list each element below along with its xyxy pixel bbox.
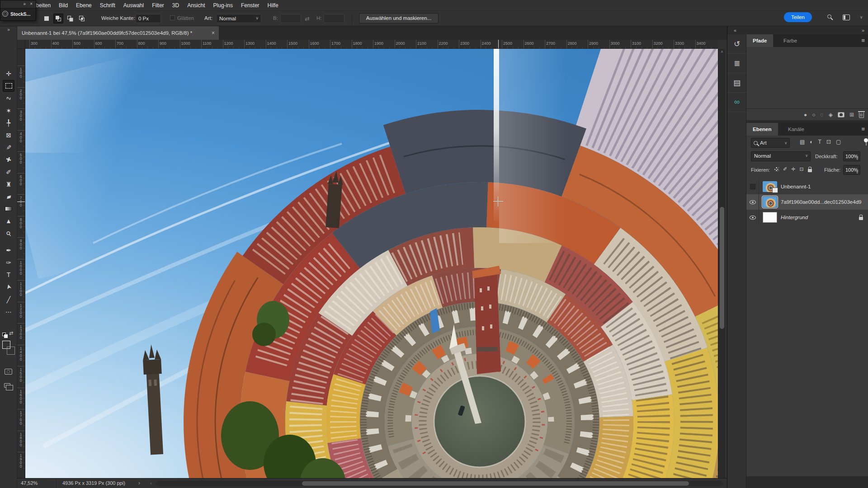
lasso-tool[interactable]: ∿: [3, 92, 14, 104]
lock-pixels-icon[interactable]: ✐: [783, 166, 787, 172]
expand-panel-icon[interactable]: »: [23, 1, 26, 6]
fill-field[interactable]: 100%∨: [843, 165, 860, 175]
filter-smart-object-icon[interactable]: ▢: [836, 139, 841, 145]
layer-row[interactable]: Hintergrund: [746, 210, 868, 225]
history-panel[interactable]: ↺: [727, 34, 746, 54]
magic-wand-tool[interactable]: ✶: [3, 105, 14, 117]
visibility-toggle[interactable]: [746, 210, 759, 225]
opacity-field[interactable]: 100%∨: [843, 151, 860, 161]
stock-panel-item[interactable]: StockS...: [0, 9, 36, 19]
swap-swatches-icon[interactable]: ⇄: [9, 330, 13, 336]
menu-item-fenster[interactable]: Fenster: [241, 2, 259, 9]
layer-row[interactable]: 7a9f1960ae00dd...dec012503e4d9: [746, 194, 868, 210]
stroke-path-icon[interactable]: ○: [812, 112, 815, 118]
zoom-level-field[interactable]: 47,52%: [21, 480, 38, 486]
lock-transparency-icon[interactable]: [774, 167, 779, 172]
healing-brush-tool[interactable]: ✚: [3, 154, 14, 165]
clone-stamp-tool[interactable]: ♜: [3, 178, 14, 190]
vertical-scrollbar-thumb[interactable]: [720, 207, 724, 329]
panel-menu-icon[interactable]: ≡: [861, 126, 865, 132]
tab-pfade[interactable]: Pfade: [746, 34, 773, 47]
menu-item-bild[interactable]: Bild: [59, 2, 68, 9]
tab-ebenen[interactable]: Ebenen: [746, 123, 778, 136]
path-operations-icon[interactable]: ◈: [829, 112, 833, 118]
filter-type-icon[interactable]: T: [818, 139, 821, 145]
layer-name[interactable]: 7a9f1960ae00dd...dec012503e4d9: [781, 199, 861, 205]
chevron-down-icon[interactable]: ∨: [860, 15, 863, 19]
menu-item-3d[interactable]: 3D: [172, 2, 179, 9]
delete-path-icon[interactable]: [859, 113, 864, 118]
workspace-switcher-icon[interactable]: [843, 14, 850, 20]
horizontal-scrollbar[interactable]: [156, 481, 723, 486]
lock-all-icon[interactable]: [808, 169, 812, 172]
close-tab-icon[interactable]: ×: [208, 30, 219, 36]
status-options-icon[interactable]: ›: [138, 480, 140, 486]
close-icon[interactable]: ×: [30, 1, 33, 6]
style-select[interactable]: Normal∨: [216, 14, 261, 23]
share-button[interactable]: Teilen: [784, 12, 812, 22]
tab-farbe[interactable]: Farbe: [777, 34, 803, 47]
filter-shape-icon[interactable]: ⊡: [826, 139, 831, 145]
libraries-panel[interactable]: ▤: [727, 73, 746, 93]
tab-kanaele[interactable]: Kanäle: [782, 123, 811, 136]
dodge-tool[interactable]: ⚲: [3, 228, 14, 239]
search-icon[interactable]: [827, 14, 831, 19]
rectangular-marquee-tool[interactable]: [3, 80, 14, 92]
intersect-selection-icon[interactable]: [77, 14, 87, 23]
layer-name[interactable]: Unbenannt-1: [781, 184, 811, 189]
menu-item-plug-ins[interactable]: Plug-ins: [213, 2, 233, 9]
panel-menu-icon[interactable]: ≡: [861, 37, 865, 44]
new-path-icon[interactable]: ⊞: [849, 112, 854, 118]
quick-mask-icon[interactable]: [5, 369, 12, 375]
lock-position-icon[interactable]: ✛: [791, 166, 795, 172]
learn-panel[interactable]: ∞: [727, 93, 746, 112]
properties-panel[interactable]: ≣: [727, 54, 746, 73]
collapse-panels-icon[interactable]: «: [734, 28, 736, 33]
scroll-up-icon[interactable]: ∧: [718, 50, 726, 54]
gradient-tool[interactable]: [3, 203, 14, 215]
eraser-tool[interactable]: ▰: [3, 191, 14, 202]
subtract-from-selection-icon[interactable]: [65, 14, 75, 23]
fill-path-icon[interactable]: ●: [804, 112, 807, 118]
move-tool[interactable]: ✛: [3, 68, 14, 80]
visibility-toggle[interactable]: [746, 179, 759, 194]
swap-dimensions-icon[interactable]: ⇄: [305, 15, 310, 22]
add-to-selection-icon[interactable]: [53, 14, 63, 23]
ruler-corner[interactable]: [17, 40, 25, 49]
visibility-toggle[interactable]: [746, 194, 759, 210]
layer-thumbnail[interactable]: [763, 181, 777, 192]
brush-tool[interactable]: ✐: [3, 166, 14, 178]
add-mask-icon[interactable]: [838, 112, 844, 117]
horizontal-scrollbar-thumb[interactable]: [302, 481, 689, 486]
filter-adjustment-icon[interactable]: ◐: [810, 139, 813, 145]
menu-item-schrift[interactable]: Schrift: [100, 2, 115, 9]
menu-item-filter[interactable]: Filter: [152, 2, 164, 9]
new-selection-icon[interactable]: [42, 14, 52, 23]
foreground-color-swatch[interactable]: [2, 341, 10, 349]
menu-item-ansicht[interactable]: Ansicht: [187, 2, 205, 9]
vertical-ruler[interactable]: 1002003004005006007008009001000110012001…: [17, 49, 25, 478]
eyedropper-tool[interactable]: ✎: [3, 141, 14, 153]
antialias-checkbox[interactable]: [170, 15, 175, 20]
document-tab[interactable]: Unbenannt-1 bei 47,5% (7a9f1960ae00dd9fc…: [17, 26, 219, 40]
menu-item-hilfe[interactable]: Hilfe: [268, 2, 278, 9]
horizontal-ruler[interactable]: 3004005006007008009001000110012001300140…: [25, 40, 718, 49]
path-as-selection-icon[interactable]: ◌: [821, 112, 824, 118]
scroll-left-icon[interactable]: ‹: [150, 480, 152, 486]
layer-filter-select[interactable]: Art ∨: [751, 138, 790, 148]
expand-panels-icon[interactable]: »: [862, 28, 864, 33]
canvas[interactable]: [25, 49, 718, 478]
layer-thumbnail[interactable]: [763, 197, 777, 207]
history-brush-tool[interactable]: ✑: [3, 257, 14, 268]
screen-mode-icon[interactable]: [4, 383, 10, 388]
menu-item-auswahl[interactable]: Auswahl: [123, 2, 144, 9]
layer-thumbnail[interactable]: [763, 212, 777, 223]
edit-toolbar[interactable]: ⋯: [3, 306, 14, 318]
width-input[interactable]: [280, 14, 301, 23]
feather-input[interactable]: 0 Px: [136, 14, 161, 23]
vertical-scrollbar[interactable]: ∧: [718, 49, 725, 478]
pen-tool[interactable]: ✒: [3, 244, 14, 256]
frame-tool[interactable]: ⊠: [3, 129, 14, 141]
layer-row[interactable]: Unbenannt-1: [746, 179, 868, 194]
crop-tool[interactable]: ╄: [3, 117, 14, 129]
